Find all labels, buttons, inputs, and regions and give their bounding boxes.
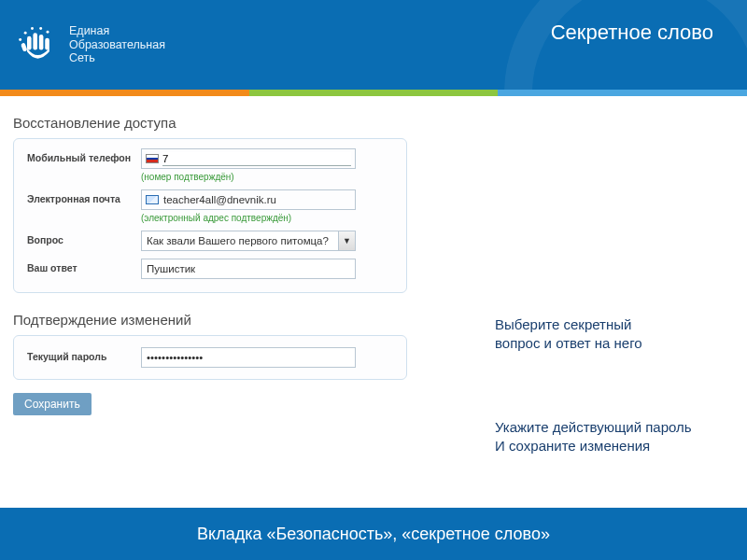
label-question: Вопрос	[27, 231, 141, 245]
question-select[interactable]	[141, 231, 356, 251]
svg-rect-0	[27, 36, 32, 50]
label-email: Электронная почта	[27, 189, 141, 204]
hand-logo-icon	[17, 24, 58, 65]
callout-line: Укажите действующий пароль	[495, 418, 692, 437]
current-password-input[interactable]	[141, 347, 356, 368]
footer-text: Вкладка «Безопасность», «секретное слово…	[197, 525, 550, 544]
accent-green	[249, 90, 499, 96]
brand-text: Единая Образовательная Сеть	[69, 24, 165, 64]
label-password: Текущий пароль	[27, 347, 141, 362]
accent-bar	[0, 90, 747, 96]
answer-input[interactable]	[141, 259, 356, 279]
email-value: teacher4all@dnevnik.ru	[163, 194, 276, 205]
accent-blue	[498, 90, 747, 96]
brand-line: Образовательная	[69, 38, 165, 51]
question-select-wrap[interactable]: ▼	[141, 231, 356, 251]
callout-password: Укажите действующий пароль И сохраните и…	[495, 418, 692, 455]
svg-point-9	[19, 38, 21, 41]
slide-header: Единая Образовательная Сеть Секретное сл…	[0, 0, 747, 90]
row-question: Вопрос ▼	[27, 231, 393, 251]
label-answer: Ваш ответ	[27, 259, 141, 273]
slide-footer: Вкладка «Безопасность», «секретное слово…	[0, 508, 747, 560]
row-email: Электронная почта teacher4all@dnevnik.ru…	[27, 189, 393, 223]
svg-rect-3	[45, 38, 49, 50]
phone-input[interactable]	[162, 152, 351, 166]
svg-point-6	[31, 27, 34, 30]
content-area: Восстановление доступа Мобильный телефон…	[0, 96, 747, 415]
callout-line: И сохраните изменения	[495, 437, 692, 455]
section-title-access: Восстановление доступа	[13, 115, 747, 131]
svg-rect-1	[33, 33, 37, 49]
slide-title: Секретное слово	[551, 21, 713, 45]
phone-input-wrap[interactable]	[141, 148, 356, 169]
svg-point-5	[24, 32, 27, 35]
save-button[interactable]: Сохранить	[13, 393, 92, 415]
callout-question: Выберите секретный вопрос и ответ на нег…	[495, 315, 642, 352]
svg-point-7	[39, 27, 42, 30]
row-phone: Мобильный телефон (номер подтверждён)	[27, 148, 393, 182]
confirm-form: Текущий пароль	[13, 335, 407, 380]
svg-point-8	[47, 31, 49, 34]
label-phone: Мобильный телефон	[27, 148, 141, 163]
callout-line: вопрос и ответ на него	[495, 334, 642, 353]
brand-line: Единая	[69, 24, 165, 37]
phone-confirmed-hint: (номер подтверждён)	[141, 172, 393, 182]
accent-orange	[0, 90, 249, 96]
row-password: Текущий пароль	[27, 347, 393, 368]
brand: Единая Образовательная Сеть	[0, 24, 165, 65]
svg-rect-4	[21, 43, 27, 52]
brand-line: Сеть	[69, 51, 165, 64]
callout-line: Выберите секретный	[495, 315, 642, 334]
mail-icon	[146, 195, 159, 204]
svg-rect-2	[39, 35, 44, 50]
row-answer: Ваш ответ	[27, 259, 393, 279]
email-confirmed-hint: (электронный адрес подтверждён)	[141, 213, 393, 223]
header-decoration	[504, 0, 747, 90]
flag-ru-icon	[146, 154, 159, 163]
access-form: Мобильный телефон (номер подтверждён) Эл…	[13, 138, 407, 293]
email-input-wrap[interactable]: teacher4all@dnevnik.ru	[141, 189, 356, 210]
